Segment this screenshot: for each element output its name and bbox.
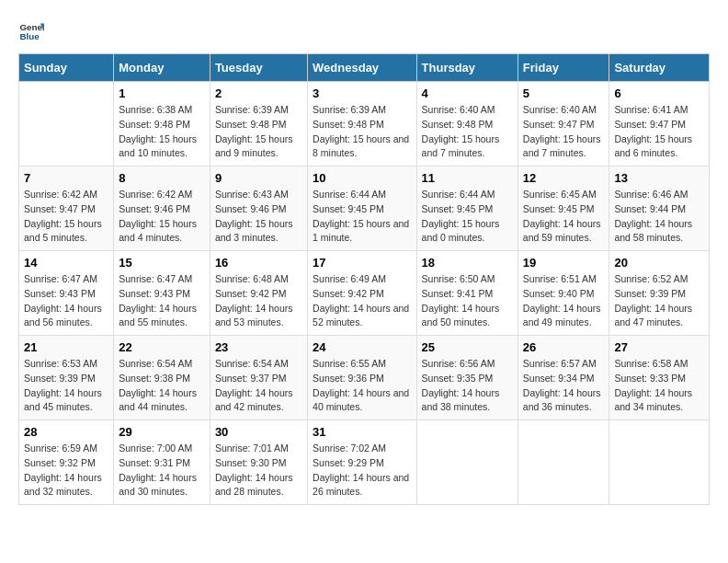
day-info: Sunrise: 6:54 AMSunset: 9:38 PMDaylight:… — [119, 357, 205, 415]
day-info: Sunrise: 6:47 AMSunset: 9:43 PMDaylight:… — [24, 272, 108, 330]
day-info: Sunrise: 6:53 AMSunset: 9:39 PMDaylight:… — [24, 357, 108, 415]
day-number: 9 — [215, 171, 302, 185]
weekday-header-row: SundayMondayTuesdayWednesdayThursdayFrid… — [19, 54, 710, 82]
calendar-table: SundayMondayTuesdayWednesdayThursdayFrid… — [18, 53, 710, 505]
day-info: Sunrise: 6:38 AMSunset: 9:48 PMDaylight:… — [119, 103, 205, 161]
day-number: 21 — [24, 340, 108, 354]
day-info: Sunrise: 6:49 AMSunset: 9:42 PMDaylight:… — [313, 272, 411, 330]
calendar-cell: 27Sunrise: 6:58 AMSunset: 9:33 PMDayligh… — [609, 336, 710, 420]
day-number: 13 — [614, 171, 704, 185]
day-number: 15 — [119, 256, 205, 270]
weekday-header: Tuesday — [210, 54, 307, 82]
day-number: 30 — [215, 425, 302, 439]
day-info: Sunrise: 6:44 AMSunset: 9:45 PMDaylight:… — [422, 188, 513, 246]
day-number: 23 — [215, 340, 302, 354]
day-number: 3 — [313, 86, 411, 100]
calendar-cell: 5Sunrise: 6:40 AMSunset: 9:47 PMDaylight… — [518, 82, 609, 167]
calendar-cell: 30Sunrise: 7:01 AMSunset: 9:30 PMDayligh… — [210, 420, 307, 505]
day-info: Sunrise: 6:45 AMSunset: 9:45 PMDaylight:… — [523, 188, 605, 246]
day-info: Sunrise: 6:43 AMSunset: 9:46 PMDaylight:… — [215, 188, 302, 246]
calendar-cell: 16Sunrise: 6:48 AMSunset: 9:42 PMDayligh… — [210, 251, 307, 336]
calendar-cell: 1Sunrise: 6:38 AMSunset: 9:48 PMDaylight… — [114, 82, 210, 167]
day-number: 8 — [119, 171, 205, 185]
day-number: 29 — [119, 425, 205, 439]
calendar-cell — [518, 420, 609, 505]
day-number: 6 — [614, 86, 704, 100]
calendar-cell: 24Sunrise: 6:55 AMSunset: 9:36 PMDayligh… — [308, 336, 416, 420]
calendar-cell: 31Sunrise: 7:02 AMSunset: 9:29 PMDayligh… — [308, 420, 416, 505]
logo-icon: General Blue — [18, 18, 44, 44]
day-number: 27 — [614, 340, 704, 354]
calendar-week-row: 21Sunrise: 6:53 AMSunset: 9:39 PMDayligh… — [19, 336, 710, 420]
day-number: 14 — [24, 256, 108, 270]
day-info: Sunrise: 6:55 AMSunset: 9:36 PMDaylight:… — [313, 357, 411, 415]
calendar-cell: 20Sunrise: 6:52 AMSunset: 9:39 PMDayligh… — [609, 251, 710, 336]
day-info: Sunrise: 6:46 AMSunset: 9:44 PMDaylight:… — [614, 188, 704, 246]
calendar-cell: 2Sunrise: 6:39 AMSunset: 9:48 PMDaylight… — [210, 82, 307, 167]
day-number: 1 — [119, 86, 205, 100]
day-number: 10 — [313, 171, 411, 185]
day-info: Sunrise: 6:44 AMSunset: 9:45 PMDaylight:… — [313, 188, 411, 246]
calendar-cell — [609, 420, 710, 505]
day-info: Sunrise: 7:01 AMSunset: 9:30 PMDaylight:… — [215, 442, 302, 500]
calendar-cell: 17Sunrise: 6:49 AMSunset: 9:42 PMDayligh… — [308, 251, 416, 336]
day-info: Sunrise: 6:41 AMSunset: 9:47 PMDaylight:… — [614, 103, 704, 161]
calendar-cell: 22Sunrise: 6:54 AMSunset: 9:38 PMDayligh… — [114, 336, 210, 420]
calendar-cell: 13Sunrise: 6:46 AMSunset: 9:44 PMDayligh… — [609, 167, 710, 251]
calendar-cell — [19, 82, 114, 167]
day-number: 24 — [313, 340, 411, 354]
day-info: Sunrise: 6:52 AMSunset: 9:39 PMDaylight:… — [614, 272, 704, 330]
calendar-cell: 11Sunrise: 6:44 AMSunset: 9:45 PMDayligh… — [416, 167, 518, 251]
day-info: Sunrise: 6:54 AMSunset: 9:37 PMDaylight:… — [215, 357, 302, 415]
logo: General Blue — [18, 18, 44, 44]
weekday-header: Friday — [518, 54, 609, 82]
day-number: 26 — [523, 340, 605, 354]
day-info: Sunrise: 6:40 AMSunset: 9:47 PMDaylight:… — [523, 103, 605, 161]
calendar-cell: 15Sunrise: 6:47 AMSunset: 9:43 PMDayligh… — [114, 251, 210, 336]
day-info: Sunrise: 6:59 AMSunset: 9:32 PMDaylight:… — [24, 442, 108, 500]
calendar-cell: 12Sunrise: 6:45 AMSunset: 9:45 PMDayligh… — [518, 167, 609, 251]
day-info: Sunrise: 6:50 AMSunset: 9:41 PMDaylight:… — [422, 272, 513, 330]
calendar-cell: 21Sunrise: 6:53 AMSunset: 9:39 PMDayligh… — [19, 336, 114, 420]
calendar-cell: 10Sunrise: 6:44 AMSunset: 9:45 PMDayligh… — [308, 167, 416, 251]
day-number: 19 — [523, 256, 605, 270]
calendar-week-row: 1Sunrise: 6:38 AMSunset: 9:48 PMDaylight… — [19, 82, 710, 167]
day-info: Sunrise: 6:40 AMSunset: 9:48 PMDaylight:… — [422, 103, 513, 161]
day-number: 5 — [523, 86, 605, 100]
day-info: Sunrise: 6:51 AMSunset: 9:40 PMDaylight:… — [523, 272, 605, 330]
calendar-cell: 28Sunrise: 6:59 AMSunset: 9:32 PMDayligh… — [19, 420, 114, 505]
calendar-cell: 14Sunrise: 6:47 AMSunset: 9:43 PMDayligh… — [19, 251, 114, 336]
calendar-week-row: 7Sunrise: 6:42 AMSunset: 9:47 PMDaylight… — [19, 167, 710, 251]
day-info: Sunrise: 6:42 AMSunset: 9:47 PMDaylight:… — [24, 188, 108, 246]
svg-text:Blue: Blue — [19, 31, 40, 41]
day-info: Sunrise: 6:39 AMSunset: 9:48 PMDaylight:… — [313, 103, 411, 161]
day-number: 7 — [24, 171, 108, 185]
calendar-cell: 19Sunrise: 6:51 AMSunset: 9:40 PMDayligh… — [518, 251, 609, 336]
day-number: 18 — [422, 256, 513, 270]
calendar-cell — [416, 420, 518, 505]
day-info: Sunrise: 7:02 AMSunset: 9:29 PMDaylight:… — [313, 442, 411, 500]
calendar-cell: 8Sunrise: 6:42 AMSunset: 9:46 PMDaylight… — [114, 167, 210, 251]
weekday-header: Thursday — [416, 54, 518, 82]
calendar-cell: 25Sunrise: 6:56 AMSunset: 9:35 PMDayligh… — [416, 336, 518, 420]
weekday-header: Monday — [114, 54, 210, 82]
calendar-cell: 29Sunrise: 7:00 AMSunset: 9:31 PMDayligh… — [114, 420, 210, 505]
day-number: 20 — [614, 256, 704, 270]
calendar-cell: 26Sunrise: 6:57 AMSunset: 9:34 PMDayligh… — [518, 336, 609, 420]
calendar-cell: 23Sunrise: 6:54 AMSunset: 9:37 PMDayligh… — [210, 336, 307, 420]
page-header: General Blue — [18, 18, 710, 44]
day-number: 4 — [422, 86, 513, 100]
day-info: Sunrise: 6:56 AMSunset: 9:35 PMDaylight:… — [422, 357, 513, 415]
day-info: Sunrise: 7:00 AMSunset: 9:31 PMDaylight:… — [119, 442, 205, 500]
day-number: 2 — [215, 86, 302, 100]
day-number: 12 — [523, 171, 605, 185]
day-number: 16 — [215, 256, 302, 270]
calendar-week-row: 14Sunrise: 6:47 AMSunset: 9:43 PMDayligh… — [19, 251, 710, 336]
day-info: Sunrise: 6:58 AMSunset: 9:33 PMDaylight:… — [614, 357, 704, 415]
calendar-cell: 7Sunrise: 6:42 AMSunset: 9:47 PMDaylight… — [19, 167, 114, 251]
weekday-header: Saturday — [609, 54, 710, 82]
weekday-header: Wednesday — [308, 54, 416, 82]
day-number: 25 — [422, 340, 513, 354]
day-number: 22 — [119, 340, 205, 354]
day-number: 28 — [24, 425, 108, 439]
